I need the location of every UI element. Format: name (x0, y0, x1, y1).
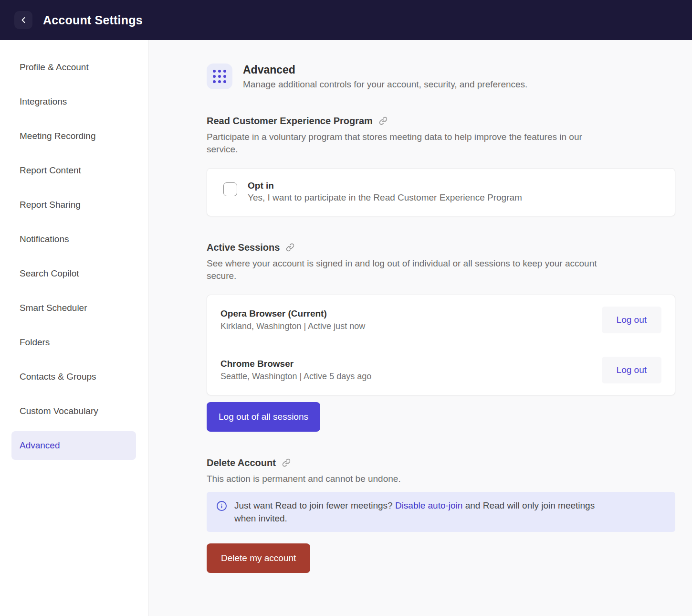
back-button[interactable] (14, 11, 32, 29)
sidebar-item-smart-scheduler[interactable]: Smart Scheduler (11, 294, 136, 322)
link-icon[interactable] (282, 458, 291, 467)
sidebar-item-label: Advanced (20, 440, 60, 451)
sidebar-item-label: Contacts & Groups (20, 372, 96, 382)
page-title: Advanced (243, 64, 527, 77)
delete-my-account-button[interactable]: Delete my account (207, 543, 310, 573)
customer-experience-program-section: Read Customer Experience Program Partici… (207, 116, 675, 216)
opt-in-card: Opt in Yes, I want to participate in the… (207, 168, 675, 216)
sidebar-item-integrations[interactable]: Integrations (11, 87, 136, 116)
log-out-button[interactable]: Log out (602, 357, 661, 383)
sidebar-item-label: Smart Scheduler (20, 303, 87, 313)
sidebar-item-meeting-recording[interactable]: Meeting Recording (11, 122, 136, 150)
session-meta: Kirkland, Washington | Active just now (220, 321, 365, 331)
sidebar-item-notifications[interactable]: Notifications (11, 225, 136, 254)
sidebar-item-label: Notifications (20, 234, 69, 244)
sidebar-item-search-copilot[interactable]: Search Copilot (11, 259, 136, 288)
sidebar-item-advanced[interactable]: Advanced (11, 431, 136, 460)
sidebar-item-label: Custom Vocabulary (20, 406, 98, 416)
log-out-all-sessions-button[interactable]: Log out of all sessions (207, 402, 320, 432)
advanced-settings-panel: Advanced Manage additional controls for … (148, 40, 692, 616)
sidebar-item-label: Report Sharing (20, 200, 81, 210)
link-icon[interactable] (286, 243, 294, 252)
delete-section-title: Delete Account (207, 457, 276, 468)
sidebar-item-report-content[interactable]: Report Content (11, 156, 136, 185)
sidebar-item-label: Integrations (20, 96, 67, 107)
sidebar-item-label: Report Content (20, 165, 81, 176)
sidebar-item-label: Folders (20, 337, 50, 348)
opt-in-description: Yes, I want to participate in the Read C… (248, 192, 522, 203)
cep-section-description: Participate in a voluntary program that … (207, 131, 608, 156)
delete-account-section: Delete Account This action is permanent … (207, 457, 675, 573)
sidebar-item-contacts-groups[interactable]: Contacts & Groups (11, 362, 136, 391)
cep-section-title: Read Customer Experience Program (207, 116, 373, 127)
chevron-left-icon (19, 15, 28, 25)
session-meta: Seattle, Washington | Active 5 days ago (220, 372, 371, 382)
window-title: Account Settings (43, 13, 143, 27)
info-icon (216, 500, 227, 511)
log-out-button[interactable]: Log out (602, 307, 661, 333)
dots-grid-icon (207, 64, 232, 89)
notice-prefix: Just want Read to join fewer meetings? (234, 500, 395, 510)
settings-sidebar: Profile & Account Integrations Meeting R… (0, 40, 148, 616)
link-icon[interactable] (379, 117, 388, 125)
notice-text: Just want Read to join fewer meetings? D… (234, 499, 597, 525)
delete-section-description: This action is permanent and cannot be u… (207, 473, 608, 485)
sidebar-item-folders[interactable]: Folders (11, 328, 136, 357)
session-name: Chrome Browser (220, 359, 371, 369)
opt-in-checkbox[interactable] (223, 182, 237, 196)
opt-in-label: Opt in (248, 181, 522, 191)
sessions-section-title: Active Sessions (207, 242, 280, 253)
account-settings-window: Account Settings Profile & Account Integ… (0, 0, 692, 616)
auto-join-notice: Just want Read to join fewer meetings? D… (207, 492, 675, 532)
page-header: Advanced Manage additional controls for … (207, 64, 675, 90)
page-subtitle: Manage additional controls for your acco… (243, 79, 527, 90)
sessions-card: Opera Browser (Current) Kirkland, Washin… (207, 295, 675, 395)
session-row: Chrome Browser Seattle, Washington | Act… (207, 345, 675, 395)
session-name: Opera Browser (Current) (220, 308, 365, 319)
top-bar: Account Settings (0, 0, 692, 40)
active-sessions-section: Active Sessions See where your account i… (207, 242, 675, 432)
sidebar-item-report-sharing[interactable]: Report Sharing (11, 191, 136, 219)
sessions-section-description: See where your account is signed in and … (207, 257, 608, 282)
sidebar-item-label: Profile & Account (20, 62, 89, 73)
sidebar-item-profile-account[interactable]: Profile & Account (11, 53, 136, 82)
sidebar-item-label: Search Copilot (20, 268, 79, 279)
sidebar-item-custom-vocabulary[interactable]: Custom Vocabulary (11, 397, 136, 425)
session-row: Opera Browser (Current) Kirkland, Washin… (207, 295, 675, 345)
sidebar-item-label: Meeting Recording (20, 131, 95, 141)
disable-auto-join-link[interactable]: Disable auto-join (395, 500, 463, 510)
